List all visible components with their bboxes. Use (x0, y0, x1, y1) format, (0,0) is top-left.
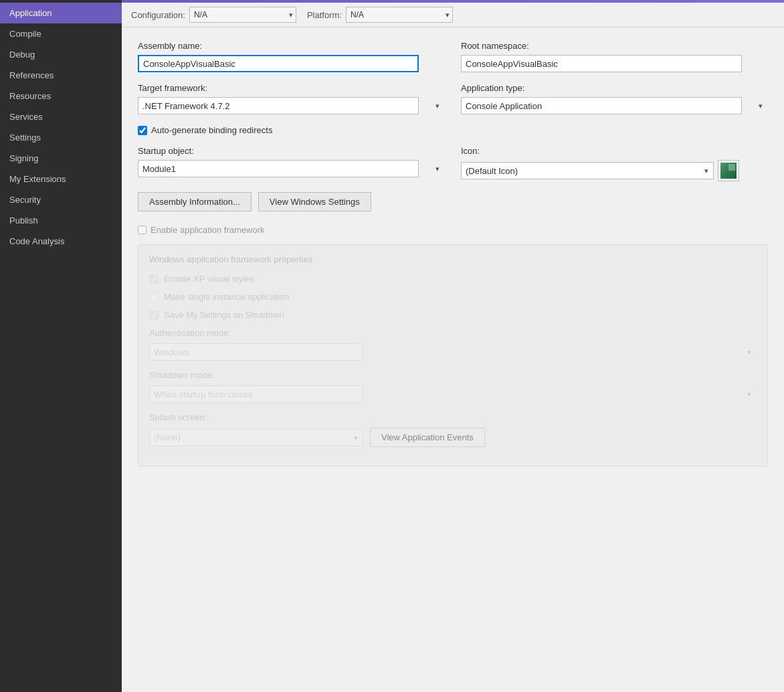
configuration-select[interactable]: N/A (189, 7, 296, 23)
shutdown-mode-label: Shutdown mode: (149, 370, 757, 380)
sidebar: Application Compile Debug References Res… (0, 0, 122, 692)
root-namespace-group: Root namespace: (461, 41, 768, 72)
assembly-information-button[interactable]: Assembly Information... (138, 192, 252, 211)
sidebar-item-my-extensions[interactable]: My Extensions (0, 169, 122, 189)
view-application-events-button[interactable]: View Application Events (370, 428, 485, 447)
startup-icon-row: Startup object: Module1 Icon: (Default I… (138, 146, 768, 181)
splash-screen-label: Splash screen: (149, 412, 757, 422)
splash-select-wrapper: (None) (149, 429, 363, 446)
configuration-group: Configuration: N/A (131, 7, 296, 23)
shutdown-mode-select-wrapper: When startup form closes (149, 385, 757, 403)
root-namespace-label: Root namespace: (461, 41, 768, 51)
platform-group: Platform: N/A (307, 7, 453, 23)
icon-inner (720, 163, 737, 179)
startup-object-select[interactable]: Module1 (138, 160, 419, 177)
sidebar-item-code-analysis[interactable]: Code Analysis (0, 231, 122, 252)
auto-generate-label: Auto-generate binding redirects (151, 125, 272, 135)
auth-mode-group: Authentication mode: Windows (149, 328, 757, 361)
target-framework-label: Target framework: (138, 83, 445, 93)
auto-generate-row: Auto-generate binding redirects (138, 125, 768, 135)
assembly-name-label: Assembly name: (138, 41, 445, 51)
splash-screen-group: Splash screen: (None) View Application E… (149, 412, 757, 447)
sidebar-item-signing[interactable]: Signing (0, 148, 122, 169)
auth-mode-select-wrapper: Windows (149, 343, 757, 361)
auth-mode-select[interactable]: Windows (149, 343, 363, 361)
startup-object-group: Startup object: Module1 (138, 146, 445, 177)
enable-framework-label: Enable application framework (151, 225, 265, 235)
framework-section: Windows application framework properties… (138, 244, 768, 466)
view-windows-settings-button[interactable]: View Windows Settings (258, 192, 371, 211)
application-type-group: Application type: Console Application (461, 83, 768, 114)
startup-object-select-wrapper: Module1 (138, 160, 445, 177)
framework-apptype-row: Target framework: .NET Framework 4.7.2 A… (138, 83, 768, 114)
target-framework-select[interactable]: .NET Framework 4.7.2 (138, 97, 419, 114)
icon-select-wrapper: (Default Icon) (461, 162, 714, 179)
sidebar-item-security[interactable]: Security (0, 189, 122, 210)
sidebar-item-references[interactable]: References (0, 65, 122, 86)
icon-label: Icon: (461, 146, 768, 156)
auth-mode-label: Authentication mode: (149, 328, 757, 338)
enable-framework-checkbox[interactable] (138, 226, 146, 234)
single-instance-checkbox[interactable] (149, 292, 159, 302)
icon-group: Icon: (Default Icon) (461, 146, 768, 181)
framework-section-title: Windows application framework properties (149, 254, 757, 264)
buttons-row: Assembly Information... View Windows Set… (138, 192, 768, 211)
xp-styles-row: Enable XP visual styles (149, 274, 757, 284)
sidebar-item-debug[interactable]: Debug (0, 44, 122, 65)
icon-preview (718, 160, 739, 181)
platform-select-wrapper: N/A (346, 7, 453, 23)
splash-row: (None) View Application Events (149, 428, 757, 447)
auto-generate-checkbox[interactable] (138, 126, 147, 135)
icon-select[interactable]: (Default Icon) (461, 162, 714, 179)
single-instance-row: Make single instance application (149, 292, 757, 302)
splash-screen-select[interactable]: (None) (149, 429, 363, 446)
assembly-name-input[interactable] (138, 55, 419, 72)
sidebar-item-compile[interactable]: Compile (0, 23, 122, 44)
single-instance-label: Make single instance application (164, 292, 289, 302)
platform-label: Platform: (307, 10, 342, 20)
main-panel: Configuration: N/A Platform: N/A Assembl… (122, 0, 784, 692)
save-settings-label: Save My.Settings on Shutdown (164, 310, 284, 320)
xp-styles-checkbox[interactable] (149, 274, 159, 284)
sidebar-item-settings[interactable]: Settings (0, 127, 122, 148)
target-framework-select-wrapper: .NET Framework 4.7.2 (138, 97, 445, 114)
configuration-select-wrapper: N/A (189, 7, 296, 23)
application-type-select[interactable]: Console Application (461, 97, 742, 114)
save-settings-checkbox[interactable] (149, 311, 159, 320)
shutdown-mode-select[interactable]: When startup form closes (149, 385, 363, 403)
root-namespace-input[interactable] (461, 55, 742, 72)
sidebar-item-resources[interactable]: Resources (0, 86, 122, 106)
sidebar-item-services[interactable]: Services (0, 106, 122, 127)
enable-framework-row: Enable application framework (138, 225, 768, 235)
assembly-name-group: Assembly name: (138, 41, 445, 72)
assembly-namespace-row: Assembly name: Root namespace: (138, 41, 768, 72)
shutdown-mode-group: Shutdown mode: When startup form closes (149, 370, 757, 403)
sidebar-item-application[interactable]: Application (0, 3, 122, 23)
xp-styles-label: Enable XP visual styles (164, 274, 254, 284)
startup-object-label: Startup object: (138, 146, 445, 156)
configuration-label: Configuration: (131, 10, 185, 20)
top-bar: Configuration: N/A Platform: N/A (122, 3, 784, 27)
application-type-select-wrapper: Console Application (461, 97, 768, 114)
application-type-label: Application type: (461, 83, 768, 93)
content-area: Assembly name: Root namespace: Target fr… (122, 27, 784, 692)
sidebar-item-publish[interactable]: Publish (0, 210, 122, 231)
platform-select[interactable]: N/A (346, 7, 453, 23)
save-settings-row: Save My.Settings on Shutdown (149, 310, 757, 320)
target-framework-group: Target framework: .NET Framework 4.7.2 (138, 83, 445, 114)
